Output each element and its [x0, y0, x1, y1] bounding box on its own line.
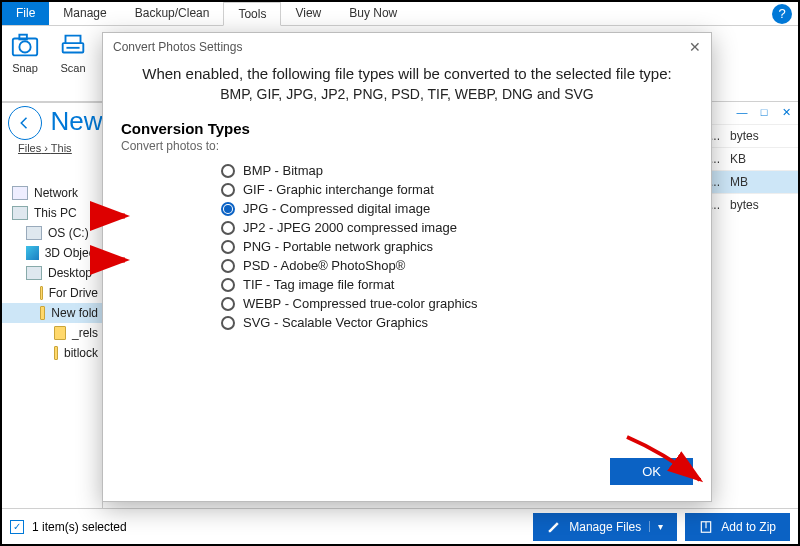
conversion-option[interactable]: GIF - Graphic interchange format	[221, 180, 693, 199]
radio-button[interactable]	[221, 240, 235, 254]
status-bar: ✓ 1 item(s) selected Manage Files ▾ Add …	[2, 508, 798, 544]
conversion-types-sub: Convert photos to:	[121, 139, 693, 153]
conversion-option[interactable]: PNG - Portable network graphics	[221, 237, 693, 256]
pane-window-controls: — □ ✕	[730, 102, 798, 122]
tree-node-label: _rels	[72, 326, 98, 340]
manage-files-label: Manage Files	[569, 520, 641, 534]
tree-node[interactable]: Desktop	[2, 263, 102, 283]
menu-view[interactable]: View	[281, 2, 335, 25]
pane-maximize-button[interactable]: □	[754, 104, 774, 120]
add-to-zip-button[interactable]: Add to Zip	[685, 513, 790, 541]
dialog-message-1: When enabled, the following file types w…	[103, 61, 711, 84]
tree-node[interactable]: 3D Object	[2, 243, 102, 263]
folder-tree: NetworkThis PCOS (C:)3D ObjectDesktopFor…	[2, 102, 102, 508]
option-label: PSD - Adobe® PhotoShop®	[243, 258, 405, 273]
radio-button[interactable]	[221, 259, 235, 273]
option-label: BMP - Bitmap	[243, 163, 323, 178]
tree-node[interactable]: For Drive	[2, 283, 102, 303]
zip-icon	[699, 520, 713, 534]
conversion-types-heading: Conversion Types	[121, 120, 693, 137]
pane-close-button[interactable]: ✕	[776, 104, 796, 120]
tree-node-label: Network	[34, 186, 78, 200]
option-label: PNG - Portable network graphics	[243, 239, 433, 254]
radio-button[interactable]	[221, 221, 235, 235]
radio-button[interactable]	[221, 297, 235, 311]
tree-node-label: Desktop	[48, 266, 92, 280]
dialog-title: Convert Photos Settings	[113, 40, 242, 54]
svg-rect-2	[19, 35, 27, 40]
fold-icon	[40, 286, 43, 300]
conversion-option[interactable]: PSD - Adobe® PhotoShop®	[221, 256, 693, 275]
radio-button[interactable]	[221, 278, 235, 292]
option-label: JPG - Compressed digital image	[243, 201, 430, 216]
tree-node-label: This PC	[34, 206, 77, 220]
convert-photos-dialog: Convert Photos Settings ✕ When enabled, …	[102, 32, 712, 502]
file-size: MB	[730, 175, 790, 189]
conversion-options: BMP - BitmapGIF - Graphic interchange fo…	[121, 161, 693, 332]
menu-bar: FileManageBackup/CleanToolsViewBuy Now?	[2, 2, 798, 26]
pane-minimize-button[interactable]: —	[732, 104, 752, 120]
tree-node-label: 3D Object	[45, 246, 98, 260]
conversion-option[interactable]: BMP - Bitmap	[221, 161, 693, 180]
file-size: bytes	[730, 129, 790, 143]
selection-count: 1 item(s) selected	[32, 520, 127, 534]
scan-button[interactable]: Scan	[58, 30, 88, 97]
svg-point-1	[19, 41, 30, 52]
dialog-section: Conversion Types Convert photos to: BMP …	[103, 116, 711, 332]
file-size: KB	[730, 152, 790, 166]
dialog-message-2: BMP, GIF, JPG, JP2, PNG, PSD, TIF, WEBP,…	[103, 84, 711, 116]
option-label: TIF - Tag image file format	[243, 277, 394, 292]
conversion-option[interactable]: SVG - Scalable Vector Graphics	[221, 313, 693, 332]
menu-buy-now[interactable]: Buy Now	[335, 2, 411, 25]
add-to-zip-label: Add to Zip	[721, 520, 776, 534]
tree-node[interactable]: Network	[2, 183, 102, 203]
dialog-close-button[interactable]: ✕	[689, 39, 701, 55]
conversion-option[interactable]: JP2 - JPEG 2000 compressed image	[221, 218, 693, 237]
tree-node-label: For Drive	[49, 286, 98, 300]
chevron-down-icon[interactable]: ▾	[649, 521, 663, 532]
netw-icon	[12, 186, 28, 200]
menu-tools[interactable]: Tools	[223, 2, 281, 26]
snap-button[interactable]: Snap	[10, 30, 40, 97]
mon-icon	[12, 206, 28, 220]
snap-label: Snap	[12, 62, 38, 74]
manage-files-button[interactable]: Manage Files ▾	[533, 513, 677, 541]
radio-button[interactable]	[221, 316, 235, 330]
help-button[interactable]: ?	[772, 4, 792, 24]
mon-icon	[26, 266, 42, 280]
menu-manage[interactable]: Manage	[49, 2, 120, 25]
radio-button[interactable]	[221, 164, 235, 178]
tree-node-label: bitlock	[64, 346, 98, 360]
cube-icon	[26, 246, 39, 260]
camera-icon	[10, 30, 40, 60]
pencil-icon	[547, 520, 561, 534]
radio-button[interactable]	[221, 183, 235, 197]
conversion-option[interactable]: JPG - Compressed digital image	[221, 199, 693, 218]
conversion-option[interactable]: TIF - Tag image file format	[221, 275, 693, 294]
tree-node[interactable]: This PC	[2, 203, 102, 223]
dialog-titlebar: Convert Photos Settings ✕	[103, 33, 711, 61]
tree-node[interactable]: _rels	[2, 323, 102, 343]
selection-checkbox[interactable]: ✓	[10, 520, 24, 534]
scan-label: Scan	[60, 62, 85, 74]
menu-file[interactable]: File	[2, 2, 49, 25]
tree-node[interactable]: New fold	[2, 303, 102, 323]
fold-icon	[40, 306, 45, 320]
option-label: SVG - Scalable Vector Graphics	[243, 315, 428, 330]
tree-node-label: New fold	[51, 306, 98, 320]
file-size: bytes	[730, 198, 790, 212]
conversion-option[interactable]: WEBP - Compressed true-color graphics	[221, 294, 693, 313]
tree-node-label: OS (C:)	[48, 226, 89, 240]
fold-icon	[54, 346, 58, 360]
scanner-icon	[58, 30, 88, 60]
option-label: GIF - Graphic interchange format	[243, 182, 434, 197]
option-label: JP2 - JPEG 2000 compressed image	[243, 220, 457, 235]
radio-button[interactable]	[221, 202, 235, 216]
option-label: WEBP - Compressed true-color graphics	[243, 296, 478, 311]
tree-node[interactable]: OS (C:)	[2, 223, 102, 243]
ok-button[interactable]: OK	[610, 458, 693, 485]
drive-icon	[26, 226, 42, 240]
menu-backup-clean[interactable]: Backup/Clean	[121, 2, 224, 25]
fold-icon	[54, 326, 66, 340]
tree-node[interactable]: bitlock	[2, 343, 102, 363]
